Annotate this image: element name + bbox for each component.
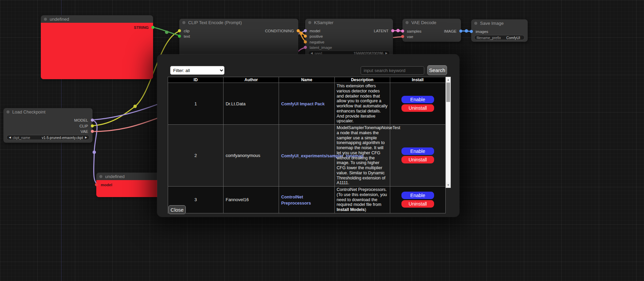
filter-select[interactable]: Filter: all [170, 66, 225, 75]
enable-button[interactable]: Enable [401, 192, 434, 199]
node-collapse-dot-icon[interactable] [44, 18, 47, 21]
filename-prefix-value: ComfyUI [506, 36, 520, 40]
node-collapse-dot-icon[interactable] [406, 21, 409, 24]
input-port-model[interactable] [95, 183, 98, 186]
input-port-text[interactable] [178, 35, 181, 38]
output-label-string: STRING [134, 25, 149, 30]
node-title: undefined [105, 174, 125, 179]
header-id: ID [168, 77, 224, 83]
header-description: Description [334, 77, 390, 83]
table-row: 3 Fannovel16 ControlNet Preprocessors Co… [168, 187, 446, 213]
node-collapse-dot-icon[interactable] [99, 175, 102, 178]
scrollbar-thumb[interactable] [446, 83, 450, 102]
header-install: Install [390, 77, 445, 83]
search-button[interactable]: Search [427, 65, 447, 75]
enable-button[interactable]: Enable [401, 147, 434, 155]
enable-button[interactable]: Enable [401, 96, 434, 103]
input-port-negative[interactable] [304, 40, 307, 43]
scrollbar-down-arrow-icon[interactable]: ▼ [446, 182, 450, 188]
filename-prefix-label: filename_prefix [477, 36, 501, 40]
output-port-model[interactable] [91, 119, 94, 122]
extension-link[interactable]: ControlNet Preprocessors [281, 195, 311, 206]
cell-author: Fannovel16 [224, 187, 279, 213]
next-arrow-icon[interactable]: ▶ [85, 136, 87, 139]
scrollbar-up-arrow-icon[interactable]: ▲ [446, 77, 450, 82]
wire-string-midpoint-dot [165, 31, 168, 34]
output-label-conditioning: CONDITIONING [265, 29, 294, 33]
input-label-positive: positive [310, 34, 323, 38]
custom-nodes-manager-dialog: Filter: all Search ID Author Name Descri… [157, 54, 459, 217]
input-port-vae[interactable] [401, 35, 404, 38]
output-port-latent[interactable] [391, 29, 394, 32]
ckpt-name-label: ckpt_name [13, 136, 30, 140]
uninstall-button[interactable]: Uninstall [401, 104, 434, 112]
extensions-table: ID Author Name Description Install 1 Dr.… [168, 77, 446, 213]
close-button[interactable]: Close [168, 205, 186, 214]
error-node-body [41, 23, 153, 79]
uninstall-button[interactable]: Uninstall [401, 200, 434, 208]
wire-conditioning-midpoint-dot [299, 32, 303, 35]
cell-install: Enable Uninstall [390, 187, 445, 213]
previous-arrow-icon[interactable]: ◀ [9, 136, 11, 139]
node-undefined-bottom[interactable]: undefined model [96, 173, 164, 197]
input-label-negative: negative [310, 40, 324, 44]
node-collapse-dot-icon[interactable] [182, 21, 185, 24]
input-label-latent-image: latent_image [310, 46, 332, 50]
table-header-row: ID Author Name Description Install [168, 77, 446, 83]
output-label-vae: VAE [81, 129, 88, 134]
input-label-images: images [476, 30, 488, 34]
output-port-vae[interactable] [91, 130, 94, 133]
extension-link[interactable]: ComfyUI Impact Pack [281, 102, 325, 106]
search-input[interactable] [361, 66, 424, 75]
cell-author: comfyanonymous [224, 125, 279, 187]
output-label-latent: LATENT [374, 29, 389, 33]
node-save-image[interactable]: Save Image images filename_prefix ComfyU… [471, 19, 528, 42]
node-title: VAE Decode [411, 20, 436, 25]
output-label-image: IMAGE [444, 29, 457, 33]
table-row: 1 Dr.Lt.Data ComfyUI Impact Pack This ex… [168, 83, 446, 125]
output-label-clip: CLIP [79, 124, 88, 128]
wire-image-midpoint-dot [465, 29, 468, 33]
cell-description: This extension offers various detector n… [334, 83, 390, 125]
input-label-model: model [101, 183, 112, 187]
ckpt-name-value: v1-5-pruned-emaonly.ckpt [42, 136, 83, 140]
node-vae-decode[interactable]: VAE Decode samples vae IMAGE [402, 19, 461, 42]
input-port-images[interactable] [470, 30, 473, 33]
node-title: KSampler [314, 20, 333, 25]
output-label-model: MODEL [74, 118, 88, 122]
node-load-checkpoint[interactable]: Load Checkpoint MODEL CLIP VAE ◀ ckpt_na… [3, 108, 93, 143]
uninstall-button[interactable]: Uninstall [401, 156, 434, 163]
extensions-table-container: ID Author Name Description Install 1 Dr.… [168, 77, 451, 188]
node-collapse-dot-icon[interactable] [308, 21, 311, 24]
node-title: CLIP Text Encode (Prompt) [188, 20, 242, 25]
wire-model-midpoint-dot [93, 151, 96, 154]
input-label-vae: vae [407, 35, 413, 39]
node-undefined-top[interactable]: undefined STRING [41, 15, 153, 79]
output-port-conditioning[interactable] [297, 29, 300, 32]
cell-install: Enable Uninstall [390, 83, 445, 125]
table-scrollbar[interactable]: ▲ ▼ [446, 77, 451, 188]
input-label-text: text [184, 34, 190, 38]
cell-install: Enable Uninstall [390, 125, 445, 187]
wire-clip-midpoint-dot [133, 105, 137, 108]
node-title: Save Image [480, 21, 503, 26]
output-port-string[interactable] [151, 26, 154, 29]
node-collapse-dot-icon[interactable] [474, 22, 477, 25]
filename-prefix-widget[interactable]: filename_prefix ComfyUI [474, 35, 525, 40]
table-row: 2 comfyanonymous ComfyUI_experiments/sam… [168, 125, 446, 187]
input-port-latent-image[interactable] [304, 46, 307, 49]
wire-latent-midpoint-dot [396, 29, 400, 32]
node-title: Load Checkpoint [12, 109, 46, 115]
input-port-positive[interactable] [304, 35, 307, 38]
cell-author: Dr.Lt.Data [224, 83, 279, 125]
output-port-clip[interactable] [91, 124, 94, 127]
header-author: Author [224, 77, 279, 83]
output-port-image[interactable] [459, 30, 462, 33]
node-collapse-dot-icon[interactable] [6, 110, 10, 113]
cell-description: ControlNet Preprocessors. (To use this e… [334, 187, 390, 213]
cell-id: 2 [168, 125, 224, 187]
node-title: undefined [50, 17, 69, 22]
ckpt-name-widget[interactable]: ◀ ckpt_name v1-5-pruned-emaonly.ckpt ▶ [6, 135, 89, 140]
cell-id: 1 [168, 83, 224, 125]
header-name: Name [279, 77, 334, 83]
